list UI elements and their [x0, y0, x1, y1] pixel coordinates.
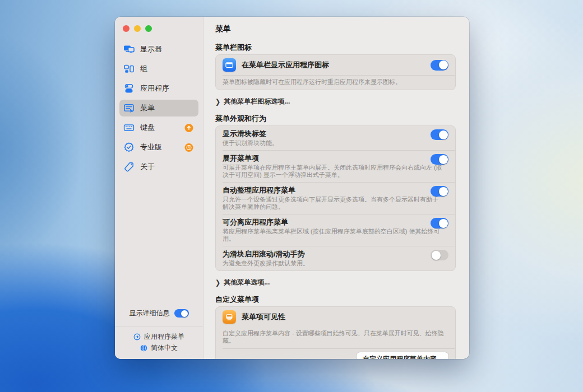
row-title: 显示滑块标签 — [223, 129, 448, 138]
row-title: 自动整理应用程序菜单 — [223, 186, 448, 195]
disclosure-label: 其他菜单栏图标选项... — [224, 97, 290, 106]
auto-organize-menu-toggle[interactable] — [431, 186, 448, 197]
sidebar-item-apps[interactable]: 应用程序 — [119, 80, 198, 97]
expand-menu-items-row: 展开菜单项 可展开菜单项在应用程序主菜单内展开。关闭此选项时应用程序会向右或向左… — [216, 151, 455, 182]
slider-labels-row: 显示滑块标签 便于识别滑块功能。 — [216, 126, 455, 150]
minimize-button[interactable] — [134, 25, 141, 32]
sidebar-footer: 显示详细信息 应用程序菜单 简体中文 — [115, 309, 203, 359]
language-link[interactable]: 简体中文 — [115, 342, 203, 353]
menu-item-visibility-desc: 自定义应用程序菜单内容 - 设置哪些项目始终可见、只在菜单展开时可见、始终隐藏。 — [216, 327, 455, 348]
section-header-custom-menu-items: 自定义菜单项 — [215, 295, 456, 304]
expand-menu-items-toggle[interactable] — [431, 154, 448, 165]
sidebar-item-displays[interactable]: 显示器 — [119, 41, 198, 58]
auto-organize-menu-row: 自动整理应用程序菜单 只允许一个设备通过更多选项向下展开显示更多选项。当有多个显… — [216, 183, 455, 214]
show-app-icon-row: 在菜单栏显示应用程序图标 — [216, 55, 455, 75]
sidebar-links: 应用程序菜单 简体中文 — [115, 326, 203, 359]
sidebar-nav: 显示器 组 应用程序 菜单 键盘 专业版 — [115, 41, 203, 175]
sidebar-item-pro[interactable]: 专业版 — [119, 139, 198, 156]
row-desc: 便于识别滑块功能。 — [223, 139, 448, 147]
detachable-menu-row: 可分离应用程序菜单 将应用程序菜单拖离菜单栏区域 (按住应用程序菜单底部的空白区… — [216, 214, 455, 246]
show-app-icon-desc: 菜单图标被隐藏时可在应用程序运行时重启应用程序来显示图标。 — [216, 76, 455, 90]
upgrade-arrow-badge-icon — [183, 124, 195, 132]
menubar-app-icon — [223, 58, 236, 72]
menu-item-visibility-row: 菜单项可见性 — [216, 307, 455, 327]
close-button[interactable] — [123, 25, 129, 32]
show-details-label: 显示详细信息 — [129, 309, 170, 318]
menu-icon — [123, 102, 135, 114]
app-menu-link[interactable]: 应用程序菜单 — [115, 331, 203, 342]
sidebar-item-label: 显示器 — [140, 44, 162, 54]
row-desc: 将应用程序菜单拖离菜单栏区域 (按住应用程序菜单底部的空白区域) 使其始终可用。 — [223, 228, 448, 242]
zoom-button[interactable] — [145, 25, 152, 32]
sidebar-item-keyboard[interactable]: 键盘 — [119, 119, 198, 136]
slider-scroll-gesture-row: 为滑块启用滚动/滑动手势 为避免意外更改操作默认禁用。 — [216, 246, 455, 270]
groups-icon — [123, 63, 135, 74]
settings-window: 显示器 组 应用程序 菜单 键盘 专业版 — [115, 17, 469, 359]
sidebar-item-menus[interactable]: 菜单 — [119, 100, 198, 116]
pro-seal-icon — [123, 142, 135, 153]
menu-visibility-icon — [223, 310, 236, 324]
slider-scroll-gesture-toggle[interactable] — [431, 250, 448, 260]
sidebar: 显示器 组 应用程序 菜单 键盘 专业版 — [115, 17, 203, 359]
chevron-right-icon: ❯ — [215, 97, 220, 106]
customize-menu-content-button[interactable]: 自定义应用程序菜单内容... — [357, 352, 448, 359]
sidebar-item-label: 关于 — [140, 162, 155, 172]
globe-icon — [140, 344, 147, 352]
sidebar-item-label: 菜单 — [140, 103, 155, 113]
settings-content: 菜单 菜单栏图标 在菜单栏显示应用程序图标 菜单图标被隐藏时可在应用程序运行时重… — [203, 17, 469, 359]
clock-badge-icon — [183, 143, 195, 152]
page-title: 菜单 — [215, 24, 456, 34]
detachable-menu-toggle[interactable] — [431, 218, 448, 228]
other-menu-options-disclosure[interactable]: ❯ 其他菜单选项... — [215, 278, 456, 287]
show-app-icon-title: 在菜单栏显示应用程序图标 — [242, 60, 329, 70]
show-app-icon-toggle[interactable] — [431, 60, 448, 71]
slider-labels-toggle[interactable] — [431, 129, 448, 140]
sidebar-item-groups[interactable]: 组 — [119, 60, 198, 77]
row-desc: 可展开菜单项在应用程序主菜单内展开。关闭此选项时应用程序会向右或向左 (取决于可… — [223, 164, 448, 179]
sidebar-item-label: 组 — [140, 64, 147, 74]
menu-item-visibility-card: 菜单项可见性 自定义应用程序菜单内容 - 设置哪些项目始终可见、只在菜单展开时可… — [215, 306, 456, 359]
chevron-right-icon: ❯ — [215, 278, 220, 287]
row-title: 可分离应用程序菜单 — [223, 218, 448, 227]
sidebar-item-label: 专业版 — [140, 142, 162, 152]
row-desc: 为避免意外更改操作默认禁用。 — [223, 260, 448, 267]
row-title: 展开菜单项 — [223, 154, 448, 163]
disclosure-label: 其他菜单选项... — [224, 278, 270, 287]
arrow-circle-icon — [133, 333, 141, 340]
menu-appearance-card: 显示滑块标签 便于识别滑块功能。 展开菜单项 可展开菜单项在应用程序主菜单内展开… — [215, 125, 456, 271]
apps-icon — [123, 83, 135, 94]
row-desc: 只允许一个设备通过更多选项向下展开显示更多选项。当有多个显示器时有助于解决菜单臃… — [223, 196, 448, 211]
section-header-menu-appearance: 菜单外观和行为 — [215, 114, 456, 123]
language-link-label: 简体中文 — [151, 343, 178, 353]
sidebar-item-label: 应用程序 — [140, 83, 169, 94]
titlebar-traffic-lights — [115, 17, 203, 32]
show-details-toggle[interactable] — [174, 309, 189, 318]
displays-icon — [123, 44, 135, 55]
sidebar-item-label: 键盘 — [140, 123, 155, 133]
menu-item-visibility-title: 菜单项可见性 — [242, 312, 285, 322]
row-title: 为滑块启用滚动/滑动手势 — [223, 250, 448, 259]
app-menu-link-label: 应用程序菜单 — [144, 332, 184, 342]
menubar-icon-card: 在菜单栏显示应用程序图标 菜单图标被隐藏时可在应用程序运行时重启应用程序来显示图… — [215, 54, 456, 90]
show-details-row: 显示详细信息 — [115, 309, 203, 326]
keyboard-icon — [123, 122, 135, 133]
other-menubar-options-disclosure[interactable]: ❯ 其他菜单栏图标选项... — [215, 97, 456, 106]
tag-icon — [123, 161, 135, 172]
section-header-menubar-icon: 菜单栏图标 — [215, 43, 456, 52]
customize-button-row: 自定义应用程序菜单内容... — [216, 349, 455, 359]
sidebar-item-about[interactable]: 关于 — [119, 158, 198, 175]
